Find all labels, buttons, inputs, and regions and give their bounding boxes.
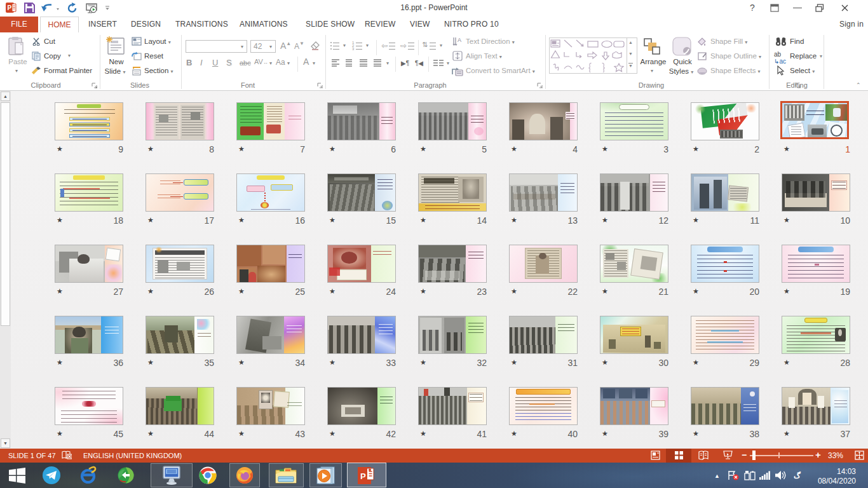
svg-text:P: P <box>360 471 366 481</box>
svg-text:A: A <box>458 37 461 43</box>
